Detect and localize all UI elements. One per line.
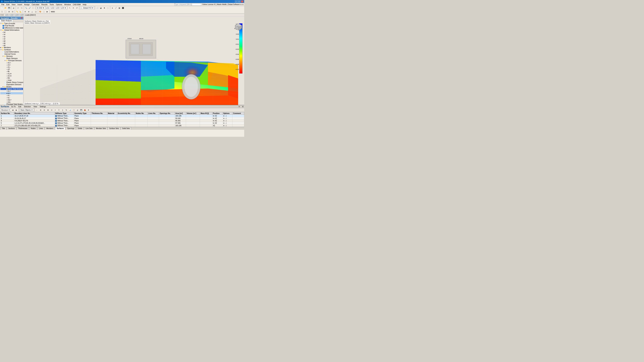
tree-ey-plus[interactable]: ● εy,+ bbox=[0, 92, 23, 94]
col-mass[interactable]: Mass M [t] bbox=[200, 112, 212, 115]
print-button[interactable]: 🖨 bbox=[12, 6, 15, 9]
tree-uz[interactable]: ○ uz bbox=[0, 38, 23, 40]
search-input[interactable] bbox=[174, 3, 201, 6]
tab-solid-sets[interactable]: Solid Sets bbox=[121, 127, 131, 130]
solid-btn[interactable]: ⬛ bbox=[121, 6, 124, 9]
structure-dropdown[interactable]: Structure ▼ bbox=[0, 108, 11, 111]
tree-ux[interactable]: ○ ux bbox=[0, 33, 23, 35]
settings-menu[interactable]: Settings bbox=[39, 106, 46, 108]
tree-phix[interactable]: ○ φx bbox=[0, 40, 23, 42]
lc-selector[interactable]: LC1 + LC2 + LC3 + LC4 ▼ bbox=[45, 6, 67, 9]
res-btn3[interactable]: ⊟ bbox=[42, 108, 46, 112]
tree-final-results[interactable]: 🔵 Final Results bbox=[0, 25, 23, 27]
tab-members[interactable]: Members bbox=[45, 127, 55, 130]
tb2-btn2[interactable]: ⛶ bbox=[4, 10, 7, 13]
tree-strains[interactable]: ▼ 📁 Strains bbox=[0, 86, 23, 88]
view-selector[interactable]: 1 - Global XYZ ▼ bbox=[80, 6, 94, 9]
table-row[interactable]: 51,2,14,271,270,65-28,13,66,69,262&62...… bbox=[0, 122, 244, 124]
col-comment[interactable]: Comment bbox=[232, 112, 244, 115]
menu-calculate[interactable]: Calculate bbox=[31, 3, 40, 6]
results-tb-next[interactable]: ▶ bbox=[15, 108, 18, 112]
col-thickness[interactable]: Thickness No. bbox=[91, 112, 107, 115]
menu-file[interactable]: File bbox=[0, 3, 5, 6]
tree-sigma1plus[interactable]: ○ σ1+ bbox=[0, 64, 23, 66]
tree-sigma2plus[interactable]: ○ σ2,+ bbox=[0, 62, 23, 64]
display-btn3[interactable]: ◾ bbox=[103, 6, 106, 9]
results-table-scroll[interactable]: Surface No. Boundary Lines No. Stiffness… bbox=[0, 112, 244, 127]
tree-gamma-minus[interactable]: ○ γxy,- bbox=[0, 101, 23, 103]
zoom-in[interactable]: 🔍 bbox=[24, 6, 28, 9]
res-btn6[interactable]: ≡ bbox=[54, 108, 57, 112]
tree-sigma1minus[interactable]: ○ σ1,- bbox=[0, 66, 23, 68]
tree-tau-max[interactable]: ○ τmax bbox=[0, 79, 23, 81]
tree-global-def[interactable]: ▼ 📁 Global Deformations bbox=[0, 29, 23, 31]
menu-help[interactable]: Help bbox=[82, 3, 88, 6]
new-button[interactable]: 📄 bbox=[0, 6, 4, 9]
res-btn10[interactable]: 📊 bbox=[68, 108, 72, 112]
wireframe-btn[interactable]: ⬚ bbox=[106, 6, 110, 9]
res-btn14[interactable]: 📤 bbox=[83, 108, 86, 112]
col-material[interactable]: Material bbox=[107, 112, 117, 115]
tb2-btn1[interactable]: 1 bbox=[0, 10, 4, 13]
node-btn[interactable]: ● bbox=[111, 6, 114, 9]
menu-tools[interactable]: Tools bbox=[48, 3, 55, 6]
tree-elastic-stress[interactable]: 📄 Elastic Stress Components bbox=[0, 81, 23, 83]
co-selector[interactable]: S: CO2 ▼ bbox=[36, 6, 45, 9]
col-stiffness[interactable]: Stiffness Type bbox=[54, 112, 74, 115]
navigator-pin[interactable]: 📌 bbox=[20, 17, 23, 19]
tab-sections[interactable]: Sections bbox=[7, 127, 16, 130]
tb2-btn3[interactable]: ⊞ bbox=[8, 10, 11, 13]
tab-title[interactable]: Title bbox=[0, 127, 6, 130]
goto-menu[interactable]: Go To bbox=[10, 106, 16, 108]
display-btn2[interactable]: ◪ bbox=[99, 6, 102, 9]
save-button[interactable]: 💾 bbox=[8, 6, 11, 9]
tree-principal-stresses[interactable]: ▼ 📁 Principal Stresses bbox=[0, 59, 23, 62]
col-openings[interactable]: Openings No. bbox=[159, 112, 175, 115]
surface-btn[interactable]: ▦ bbox=[118, 6, 121, 9]
tree-uy[interactable]: ○ uy bbox=[0, 35, 23, 38]
minimize-button[interactable]: − bbox=[235, 0, 238, 3]
maximize-button[interactable]: □ bbox=[238, 0, 240, 3]
res-btn2[interactable]: ⊞ bbox=[39, 108, 42, 112]
col-boundary-lines[interactable]: Boundary Lines No. bbox=[14, 112, 54, 115]
tb2-btn7[interactable]: ⊕ bbox=[24, 10, 27, 13]
tab-member-sets[interactable]: Member Sets bbox=[94, 127, 107, 130]
tree-surfaces[interactable]: ▼ 📁 Surfaces bbox=[0, 49, 23, 51]
menu-options[interactable]: Options bbox=[55, 3, 63, 6]
tb2-btn9[interactable]: △ bbox=[30, 10, 34, 13]
view-menu[interactable]: View bbox=[33, 106, 38, 108]
line-btn[interactable]: ╱ bbox=[114, 6, 118, 9]
table-row[interactable]: 44-9,26&37-58,270Without Thick...Plane69… bbox=[0, 119, 244, 122]
tree-gamma-plus[interactable]: ○ γxy,+ bbox=[0, 99, 23, 101]
tree-sigma1m[interactable]: ○ σ1,m bbox=[0, 72, 23, 75]
res-btn8[interactable]: ∑ bbox=[61, 108, 64, 112]
select-btn[interactable]: ↖ bbox=[68, 6, 72, 9]
rotate-btn[interactable]: ↺ bbox=[75, 6, 78, 9]
col-nodes-no[interactable]: Nodes No. bbox=[135, 112, 148, 115]
col-surface-no[interactable]: Surface No. bbox=[0, 112, 14, 115]
col-area[interactable]: Area [m²] bbox=[174, 112, 186, 115]
col-options[interactable]: Options bbox=[222, 112, 232, 115]
res-btn11[interactable]: 📋 bbox=[72, 108, 76, 112]
table-row[interactable]: 116,17,28,65-47,18Without Thick...Plane1… bbox=[0, 115, 244, 117]
tree-type-results[interactable]: ▼ 📁 Type of results bbox=[0, 22, 23, 25]
panel-close-button[interactable]: ✕ bbox=[238, 106, 240, 108]
zoom-fit[interactable]: ⛶ bbox=[32, 6, 35, 9]
tab-surface-sets[interactable]: Surface Sets bbox=[108, 127, 120, 130]
res-btn4[interactable]: ⊠ bbox=[46, 108, 50, 112]
results-tb-prev[interactable]: ◀ bbox=[11, 108, 14, 112]
tab-openings[interactable]: Openings bbox=[66, 127, 76, 130]
col-position[interactable]: Position bbox=[212, 112, 222, 115]
menu-edit[interactable]: Edit bbox=[5, 3, 10, 6]
tree-phiz[interactable]: ○ φz bbox=[0, 44, 23, 46]
tb2-render1[interactable]: 🎨 bbox=[38, 10, 42, 13]
panel-expand-button[interactable]: ⬆ bbox=[242, 106, 244, 108]
tree-sigma2m[interactable]: ○ σ2,m bbox=[0, 75, 23, 77]
menu-insert[interactable]: Insert bbox=[16, 3, 23, 6]
tb2-btn10[interactable]: ◫ bbox=[34, 10, 38, 13]
menu-cad-bim[interactable]: CAD-BIM bbox=[72, 3, 82, 6]
tab-thicknesses[interactable]: Thicknesses bbox=[16, 127, 29, 130]
tb2-btn8[interactable]: ⊗ bbox=[27, 10, 30, 13]
tree-ex-plus[interactable]: ○ εx,+ bbox=[0, 90, 23, 92]
move-btn[interactable]: ✛ bbox=[72, 6, 75, 9]
